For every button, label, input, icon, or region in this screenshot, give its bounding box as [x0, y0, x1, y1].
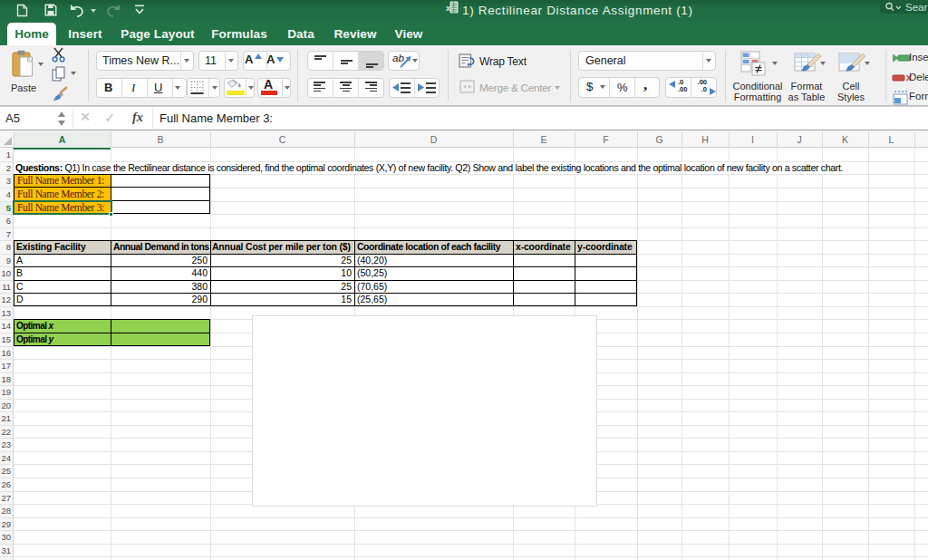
svg-text:x: x [446, 4, 450, 13]
